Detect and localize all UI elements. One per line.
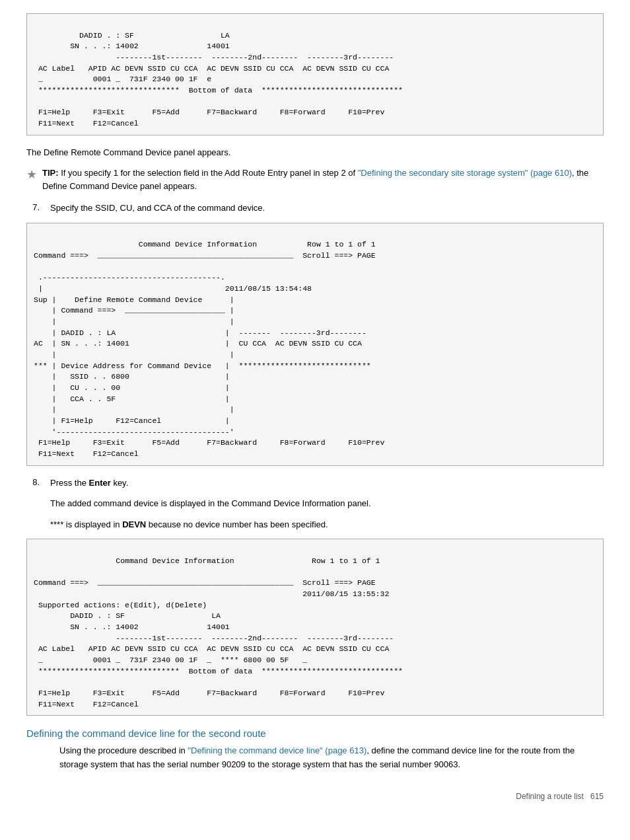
tip-text: TIP: If you specify 1 for the selection … [42, 167, 604, 192]
terminal-box-3: Command Device Information Row 1 to 1 of… [26, 539, 604, 716]
section-paragraph: Using the procedure described in "Defini… [59, 744, 604, 772]
footer-text: Defining a route list 615 [516, 792, 604, 801]
paragraph-3: **** is displayed in DEVN because no dev… [50, 518, 604, 531]
step-7-content: Specify the SSID, CU, and CCA of the com… [50, 202, 265, 215]
tip-link[interactable]: "Defining the secondary site storage sys… [358, 168, 572, 178]
step-8: 8. Press the Enter key. [26, 477, 604, 490]
tip-text-before: If you specify 1 for the selection field… [61, 168, 358, 178]
page-footer: Defining a route list 615 [26, 792, 604, 801]
step-8-num: 8. [26, 477, 40, 487]
terminal-2-content: Command Device Information Row 1 to 1 of… [34, 240, 384, 458]
step-7: 7. Specify the SSID, CU, and CCA of the … [26, 202, 604, 215]
terminal-box-2: Command Device Information Row 1 to 1 of… [26, 223, 604, 466]
paragraph-2: The added command device is displayed in… [50, 497, 604, 510]
tip-label: TIP: [42, 168, 59, 178]
terminal-1-content: DADID . : SF LA SN . . .: 14002 14001 --… [34, 31, 403, 128]
step-7-num: 7. [26, 202, 40, 212]
tip-icon: ★ [26, 167, 37, 182]
terminal-3-content: Command Device Information Row 1 to 1 of… [34, 556, 403, 708]
section-heading: Defining the command device line for the… [26, 728, 604, 739]
step-8-content: Press the Enter key. [50, 477, 128, 490]
tip-block: ★ TIP: If you specify 1 for the selectio… [26, 167, 604, 192]
section-body: Using the procedure described in "Defini… [59, 744, 604, 772]
terminal-box-1: DADID . : SF LA SN . . .: 14002 14001 --… [26, 13, 604, 135]
devn-bold: DEVN [122, 519, 146, 529]
section-link[interactable]: "Defining the command device line" (page… [188, 745, 367, 755]
paragraph-1: The Define Remote Command Device panel a… [26, 146, 604, 159]
enter-bold: Enter [89, 478, 111, 488]
